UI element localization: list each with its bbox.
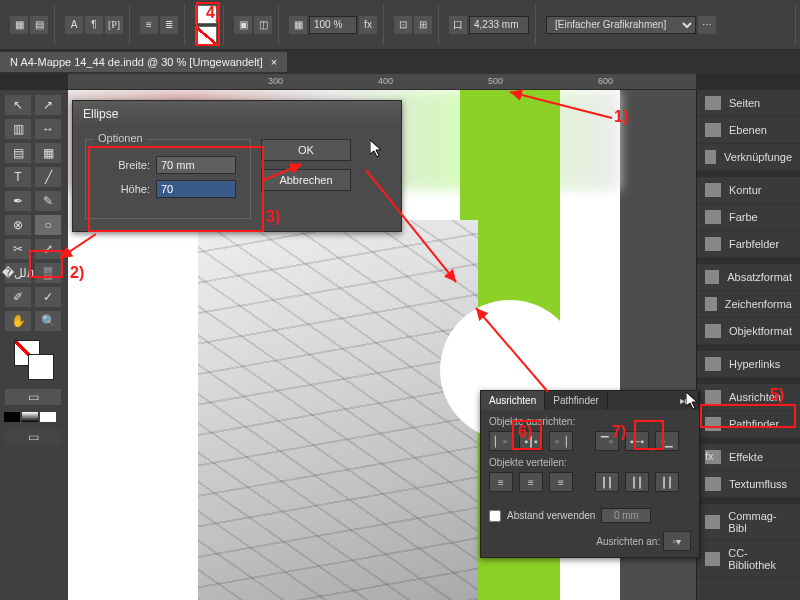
stock-icon[interactable]: ▤ (30, 16, 48, 34)
type-tool[interactable]: T (4, 166, 32, 188)
close-icon[interactable]: × (271, 56, 277, 68)
bridge-icon[interactable]: ▦ (10, 16, 28, 34)
scissors-tool[interactable]: ✂ (4, 238, 32, 260)
panel-flyout-icon[interactable]: ▸▸ (672, 391, 699, 410)
dock-item-hyperlinks[interactable]: Hyperlinks (697, 351, 800, 378)
zoom-tool[interactable]: 🔍 (34, 310, 62, 332)
rectangle-frame-tool[interactable]: ⊗ (4, 214, 32, 236)
pen-tool[interactable]: ✒ (4, 190, 32, 212)
free-transform-tool[interactable]: ⤢ (34, 238, 62, 260)
corner-icon[interactable]: ◫ (254, 16, 272, 34)
stroke-weight-input[interactable] (469, 16, 529, 34)
eyedropper-tool[interactable]: ✓ (34, 286, 62, 308)
more-icon[interactable]: ⋯ (698, 16, 716, 34)
gradient-swatch-tool[interactable]: �للл (4, 262, 32, 284)
gradient-feather-tool[interactable]: ▒ (34, 262, 62, 284)
dock-item-effekte[interactable]: fxEffekte (697, 444, 800, 471)
pencil-tool[interactable]: ✎ (34, 190, 62, 212)
dock-item-farbfelder[interactable]: Farbfelder (697, 231, 800, 258)
cancel-button[interactable]: Abbrechen (261, 169, 351, 191)
tab-pathfinder[interactable]: Pathfinder (545, 391, 608, 410)
mode-swatch[interactable] (4, 412, 20, 422)
content-placer-tool[interactable]: ▦ (34, 142, 62, 164)
align-grid-icon[interactable]: ≡ (140, 16, 158, 34)
gap-tool[interactable]: ↔ (34, 118, 62, 140)
fit-content-icon[interactable]: ⊞ (414, 16, 432, 34)
use-spacing-checkbox[interactable] (489, 510, 501, 522)
align-left-button[interactable]: ▏▫ (489, 431, 513, 451)
hyperlinks-icon (705, 357, 721, 371)
dock-item-pathfinder[interactable]: Pathfinder (697, 411, 800, 438)
height-input[interactable] (156, 180, 236, 198)
dist-right-button[interactable]: ┃┃ (655, 472, 679, 492)
dock-item-farbe[interactable]: Farbe (697, 204, 800, 231)
align-bottom-button[interactable]: ▫▁ (655, 431, 679, 451)
dist-hcenter-button[interactable]: ┃┃ (625, 472, 649, 492)
dock-item-absatz[interactable]: Absatzformat (697, 264, 800, 291)
dist-top-button[interactable]: ≡ (489, 472, 513, 492)
height-label: Höhe: (100, 183, 150, 195)
dist-vcenter-button[interactable]: ≡ (519, 472, 543, 492)
zoom-input[interactable] (309, 16, 357, 34)
page-tool[interactable]: ▥ (4, 118, 32, 140)
dist-left-button[interactable]: ┃┃ (595, 472, 619, 492)
opacity-icon[interactable]: ▦ (289, 16, 307, 34)
content-collector-tool[interactable]: ▤ (4, 142, 32, 164)
dock-item-cclib[interactable]: CC-Bibliothek (697, 541, 800, 578)
ok-button[interactable]: OK (261, 139, 351, 161)
document-tab[interactable]: N A4-Mappe 14_44 de.indd @ 30 % [Umgewan… (0, 52, 287, 72)
dock-item-ebenen[interactable]: Ebenen (697, 117, 800, 144)
swatches-icon (705, 237, 721, 251)
dock-item-kontur[interactable]: Kontur (697, 177, 800, 204)
stroke-icon (705, 183, 721, 197)
width-input[interactable] (156, 156, 236, 174)
baseline-icon[interactable]: ≣ (160, 16, 178, 34)
fit-frame-icon[interactable]: ⊡ (394, 16, 412, 34)
align-vcenter-button[interactable]: ▪─▪ (625, 431, 649, 451)
direct-selection-tool[interactable]: ↗ (34, 94, 62, 116)
fill-swatch[interactable] (195, 5, 217, 24)
dock-item-links[interactable]: Verknüpfunge (697, 144, 800, 171)
stroke-swatch[interactable] (195, 26, 217, 45)
align-hcenter-button[interactable]: ▪┃▪ (519, 431, 543, 451)
fill-stroke-proxy[interactable] (14, 340, 54, 380)
dock-item-seiten[interactable]: Seiten (697, 90, 800, 117)
char-panel-icon[interactable]: A (65, 16, 83, 34)
align-right-button[interactable]: ▫▕ (549, 431, 573, 451)
char-styles-icon (705, 297, 717, 311)
para-style-placeholder-icon[interactable]: [P] (105, 16, 123, 34)
ellipse-tool[interactable]: ○ (34, 214, 62, 236)
align-to-label: Ausrichten an: (596, 536, 660, 547)
dock-label: Commag-Bibl (728, 510, 792, 534)
spacing-input[interactable] (601, 508, 651, 523)
tab-ausrichten[interactable]: Ausrichten (481, 391, 545, 410)
tools-panel: ↖↗ ▥↔ ▤▦ T╱ ✒✎ ⊗○ ✂⤢ �للл▒ ✐✓ ✋🔍 ▭ ▭ (0, 90, 68, 600)
object-style-dropdown[interactable]: [Einfacher Grafikrahmen] (546, 16, 696, 34)
pages-icon (705, 96, 721, 110)
text-wrap-icon[interactable]: ▣ (234, 16, 252, 34)
align-top-button[interactable]: ▔▫ (595, 431, 619, 451)
fx-icon[interactable]: fx (359, 16, 377, 34)
dock-item-textumfluss[interactable]: Textumfluss (697, 471, 800, 498)
dock-label: Seiten (729, 97, 760, 109)
line-tool[interactable]: ╱ (34, 166, 62, 188)
panel-dock: Seiten Ebenen Verknüpfunge Kontur Farbe … (696, 90, 800, 600)
dock-item-objekt[interactable]: Objektformat (697, 318, 800, 345)
dock-item-commag[interactable]: Commag-Bibl (697, 504, 800, 541)
dock-item-ausrichten[interactable]: Ausrichten (697, 384, 800, 411)
dist-bottom-button[interactable]: ≡ (549, 472, 573, 492)
apply-mode[interactable]: ▭ (4, 388, 62, 406)
dock-label: Farbe (729, 211, 758, 223)
note-tool[interactable]: ✐ (4, 286, 32, 308)
mode-swatch[interactable] (22, 412, 38, 422)
stroke-weight-icon[interactable]: 口 (449, 16, 467, 34)
dock-label: Textumfluss (729, 478, 787, 490)
screen-mode[interactable]: ▭ (4, 428, 62, 446)
mode-swatch[interactable] (40, 412, 56, 422)
selection-tool[interactable]: ↖ (4, 94, 32, 116)
library-icon (705, 515, 720, 529)
hand-tool[interactable]: ✋ (4, 310, 32, 332)
dock-item-zeichen[interactable]: Zeichenforma (697, 291, 800, 318)
align-to-dropdown[interactable]: ▫▾ (663, 531, 691, 551)
para-panel-icon[interactable]: ¶ (85, 16, 103, 34)
